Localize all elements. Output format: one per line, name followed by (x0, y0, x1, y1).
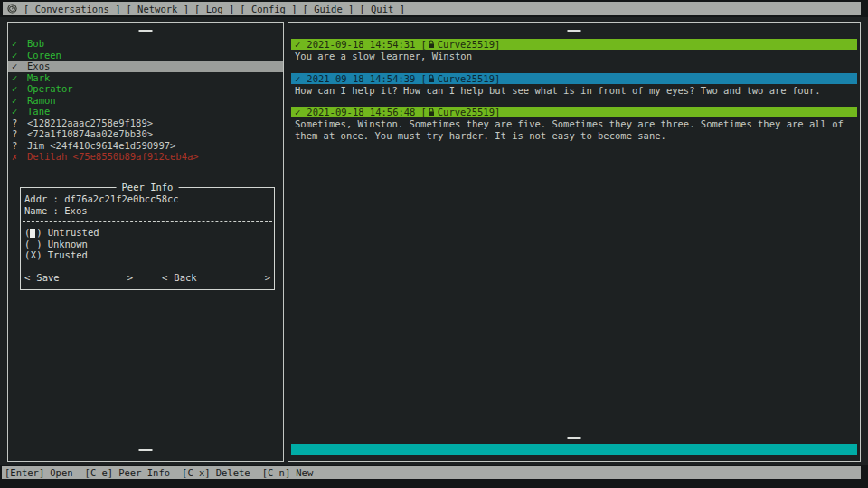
contact-status-mark: ✓ (12, 38, 27, 50)
contact-status-mark: ✓ (12, 50, 27, 61)
button-arrow-right: > (127, 272, 133, 283)
status-hint-1: [C-e]Peer Info (85, 467, 171, 478)
contact-label: Mark (27, 72, 50, 84)
contact-row-0[interactable]: ✓Bob (8, 38, 283, 50)
trust-radio-group: ()Untrusted( )Unknown(X)Trusted (21, 227, 274, 261)
radio-label: Unknown (48, 239, 88, 249)
menu-item-quit[interactable]: [ Quit ] (359, 4, 405, 14)
message-check-icon: ✓ (295, 73, 300, 84)
contact-label: Delilah <75e8550b89af912ceb4a> (27, 151, 199, 163)
message-cipher: [Curve25519] (420, 39, 500, 50)
menu-item-conversations[interactable]: [ Conversations ] (24, 4, 120, 14)
peer-name-line: Name : Exos (21, 205, 274, 217)
contact-status-mark: ? (12, 140, 27, 152)
contact-status-mark: ✓ (12, 61, 27, 72)
message-1: ✓2021-09-18 14:54:39[Curve25519]How can … (291, 73, 857, 97)
chat-scroll-indicator-bottom (568, 437, 581, 439)
radio-label: Trusted (48, 249, 88, 260)
contact-row-7[interactable]: ?<128212aaac2758e9f189> (8, 117, 283, 129)
contact-row-8[interactable]: ?<72a1f10874aa02e7bb30> (8, 128, 283, 140)
peer-info-title: Peer Info (117, 182, 179, 192)
radio-paren-close: ) (36, 249, 42, 260)
dialog-separator (23, 221, 272, 222)
status-key: [Enter] (5, 467, 44, 478)
button-arrow-right: > (265, 272, 270, 283)
contact-status-mark: ✓ (12, 83, 27, 95)
status-key: [C-x] (182, 467, 211, 478)
status-key: [C-n] (262, 467, 291, 478)
contact-list: ✓Bob✓Coreen✓Exos✓Mark✓Operator✓Ramon✓Tan… (8, 38, 283, 163)
button-arrow-left: < (162, 272, 167, 283)
contact-label: Coreen (27, 50, 61, 61)
button-label: Save (36, 272, 127, 283)
contact-row-9[interactable]: ?Jim <24f410c9614e1d590997> (8, 140, 283, 152)
message-text: Sometimes, Winston. Sometimes they are f… (291, 118, 857, 141)
status-action: Delete (216, 467, 250, 478)
main-area: ✓Bob✓Coreen✓Exos✓Mark✓Operator✓Ramon✓Tan… (0, 17, 868, 465)
message-list: ✓2021-09-18 14:54:31[Curve25519]You are … (291, 39, 857, 152)
peer-info-dialog: Peer Info Addr : df76a2c21f2e0bcc58cc Na… (20, 187, 275, 290)
menu-item-log[interactable]: [ Log ] (194, 4, 234, 14)
trust-option-trusted[interactable]: (X)Trusted (21, 249, 274, 261)
status-bar: [Enter]Open[C-e]Peer Info[C-x]Delete[C-n… (2, 466, 861, 479)
message-0: ✓2021-09-18 14:54:31[Curve25519]You are … (291, 39, 857, 62)
lock-icon (428, 108, 435, 117)
message-input[interactable] (291, 444, 857, 455)
status-hint-2: [C-x]Delete (182, 467, 250, 478)
contact-label: Ramon (27, 95, 56, 107)
button-arrow-left: < (24, 272, 30, 283)
contact-row-3[interactable]: ✓Mark (8, 72, 283, 84)
dialog-separator (23, 267, 272, 267)
contacts-scroll-indicator-bottom (139, 449, 153, 451)
message-text: You are a slow learner, Winston (291, 51, 857, 62)
contact-row-10[interactable]: ✗Delilah <75e8550b89af912ceb4a> (8, 151, 283, 163)
button-label: Back (174, 272, 264, 283)
contact-row-1[interactable]: ✓Coreen (8, 50, 283, 61)
message-timestamp: 2021-09-18 14:54:31 (307, 39, 415, 50)
message-text: How can I help it? How can I help but se… (291, 85, 857, 97)
save-button[interactable]: <Save> (24, 272, 133, 283)
message-2: ✓2021-09-18 14:56:48[Curve25519]Sometime… (291, 107, 857, 141)
contact-row-5[interactable]: ✓Ramon (8, 95, 283, 107)
contact-label: <128212aaac2758e9f189> (27, 117, 153, 129)
menu-bar: [ Conversations ][ Network ][ Log ][ Con… (3, 2, 861, 15)
lock-icon (428, 40, 435, 49)
lock-icon (428, 74, 435, 83)
status-hint-0: [Enter]Open (5, 467, 73, 478)
contact-label: Tane (27, 106, 50, 117)
message-header: ✓2021-09-18 14:54:39[Curve25519] (291, 73, 857, 84)
peer-addr-line: Addr : df76a2c21f2e0bcc58cc (21, 193, 274, 205)
contacts-scroll-indicator-top (139, 30, 153, 32)
menu-item-guide[interactable]: [ Guide ] (303, 4, 354, 14)
message-cipher: [Curve25519] (420, 73, 500, 84)
contact-label: Jim <24f410c9614e1d590997> (27, 140, 175, 152)
app-logo-icon (7, 4, 17, 14)
status-action: Peer Info (118, 467, 170, 478)
menu-bar-items: [ Conversations ][ Network ][ Log ][ Con… (24, 4, 410, 14)
contact-status-mark: ✓ (12, 95, 27, 107)
contact-status-mark: ✓ (12, 106, 27, 117)
trust-option-untrusted[interactable]: ()Untrusted (21, 227, 274, 239)
back-button[interactable]: <Back> (162, 272, 270, 283)
message-check-icon: ✓ (295, 39, 300, 50)
contact-row-6[interactable]: ✓Tane (8, 106, 283, 117)
menu-item-config[interactable]: [ Config ] (240, 4, 297, 14)
chat-panel: ✓2021-09-18 14:54:31[Curve25519]You are … (288, 22, 861, 462)
radio-cursor (30, 229, 35, 238)
message-timestamp: 2021-09-18 14:56:48 (307, 107, 415, 117)
radio-label: Untrusted (48, 227, 99, 238)
message-cipher: [Curve25519] (420, 107, 500, 117)
menu-item-network[interactable]: [ Network ] (126, 4, 189, 14)
contact-label: <72a1f10874aa02e7bb30> (27, 128, 153, 140)
contacts-panel: ✓Bob✓Coreen✓Exos✓Mark✓Operator✓Ramon✓Tan… (7, 22, 284, 462)
status-action: Open (50, 467, 72, 478)
radio-paren-close: ) (36, 227, 42, 238)
contact-label: Operator (27, 83, 73, 95)
status-key: [C-e] (85, 467, 114, 478)
contact-row-2[interactable]: ✓Exos (8, 61, 283, 72)
contact-row-4[interactable]: ✓Operator (8, 83, 283, 95)
message-timestamp: 2021-09-18 14:54:39 (307, 73, 415, 84)
contact-status-mark: ✓ (12, 72, 27, 84)
trust-option-unknown[interactable]: ( )Unknown (21, 239, 274, 250)
contact-status-mark: ? (12, 117, 27, 129)
